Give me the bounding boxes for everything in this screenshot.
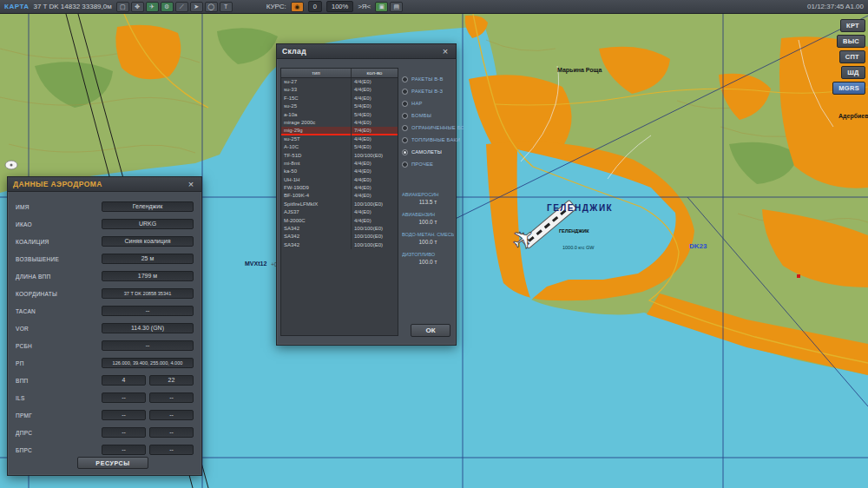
category-radio[interactable]: САМОЛЕТЫ — [402, 146, 464, 158]
close-icon[interactable]: × — [186, 180, 196, 189]
warehouse-row[interactable]: mi-8mt4/4(E0) — [281, 160, 398, 168]
field-value[interactable]: URKG — [102, 219, 194, 229]
cell-type: SA342 — [281, 225, 351, 233]
field-value[interactable]: -- — [102, 306, 194, 316]
category-radio[interactable]: ПРОЧЕЕ — [402, 158, 464, 170]
warehouse-row[interactable]: AJS374/4(E0) — [281, 208, 398, 216]
warehouse-row[interactable]: F-15C4/4(E0) — [281, 95, 398, 102]
cell-qty: 100/100(E0) — [351, 225, 398, 233]
field-value[interactable]: 114.30 (GN) — [102, 323, 194, 333]
field-value[interactable]: -- — [102, 427, 146, 438]
category-radio[interactable]: ОГРАНИЧЕННЫЕ БОЕПРИПАСЫ — [402, 122, 464, 134]
column-header-type: тип — [281, 69, 351, 77]
warehouse-row[interactable]: su-274/4(E0) — [281, 78, 398, 86]
warehouse-row[interactable]: M-2000C4/4(E0) — [281, 217, 398, 225]
field-value[interactable]: 4 — [102, 375, 146, 386]
fuel-item: ВОДО-МЕТАН. СМЕСЬ100.0 т — [402, 232, 454, 245]
map-marker-icon[interactable] — [5, 161, 17, 169]
radio-icon — [402, 113, 408, 119]
airfield-rows: ИМЯГеленджикИКАОURKGКОАЛИЦИЯСиняя коалиц… — [8, 192, 201, 475]
ok-button[interactable]: ОК — [411, 324, 450, 337]
category-radio[interactable]: ТОПЛИВНЫЕ БАКИ — [402, 134, 464, 146]
field-value[interactable]: -- — [102, 445, 146, 455]
field-label: TACAN — [16, 308, 36, 314]
zoom-level[interactable]: 100% — [326, 1, 353, 12]
field-value[interactable]: -- — [102, 410, 146, 420]
fuel-item: АВИАБЕНЗИН100.0 т — [402, 212, 454, 225]
warehouse-row[interactable]: SA342100/100(E0) — [281, 233, 398, 241]
field-value[interactable]: 25 м — [102, 254, 194, 264]
cell-type: su-25T — [281, 135, 351, 143]
warehouse-row[interactable]: TF-51D100/100(E0) — [281, 152, 398, 160]
field-value[interactable]: -- — [149, 392, 194, 403]
field-value[interactable]: -- — [102, 340, 194, 351]
warehouse-row[interactable]: su-25T4/4(E0) — [281, 135, 398, 143]
add-unit-icon[interactable]: ✈ — [146, 2, 159, 12]
airfield-row: ДЛИНА ВПП1799 м — [16, 267, 194, 285]
close-icon[interactable]: × — [440, 47, 450, 56]
warehouse-row[interactable]: FW-190D94/4(E0) — [281, 184, 398, 192]
select-icon[interactable]: ▢ — [116, 2, 129, 12]
field-value[interactable]: -- — [149, 445, 194, 455]
category-radio[interactable]: РАКЕТЫ В-З — [402, 85, 464, 97]
cell-type: su-33 — [281, 86, 351, 94]
warehouse-window-titlebar[interactable]: Склад × — [277, 44, 456, 59]
add-group-icon[interactable]: ⚙ — [161, 2, 174, 12]
cell-qty: 7/4(E0) — [351, 127, 398, 135]
route-icon[interactable]: ➤ — [190, 2, 203, 12]
airfield-row: ИМЯГеленджик — [16, 198, 194, 215]
warehouse-row[interactable]: su-255/4(E0) — [281, 102, 398, 110]
map-mode-label[interactable]: КАРТА — [4, 3, 30, 10]
pan-icon[interactable]: ✥ — [131, 2, 144, 12]
cell-type: mig-29g — [281, 127, 351, 135]
field-value[interactable]: Синяя коалиция — [102, 236, 194, 247]
warehouse-row[interactable]: SA342100/100(E0) — [281, 241, 398, 249]
category-label: БОМБЫ — [411, 113, 431, 118]
warehouse-row[interactable]: SpitfireLFMkIX100/100(E0) — [281, 201, 398, 208]
category-label: ОГРАНИЧЕННЫЕ БОЕПРИПАСЫ — [411, 125, 464, 130]
zone-icon[interactable]: ◯ — [205, 2, 218, 12]
map-button-mgrs[interactable]: MGRS — [832, 82, 865, 95]
category-radio[interactable]: РАКЕТЫ В-В — [402, 73, 464, 85]
warehouse-window: Склад × тип кол-во su-274/4(E0)su-334/4(… — [276, 43, 457, 346]
warehouse-row[interactable]: SA342100/100(E0) — [281, 225, 398, 233]
snap-icon[interactable]: ▣ — [375, 2, 388, 12]
field-value[interactable]: Геленджик — [102, 201, 194, 212]
resources-button[interactable]: РЕСУРСЫ — [77, 457, 148, 469]
field-value[interactable]: 37 T DK 20858 35341 — [102, 288, 194, 299]
label-icon[interactable]: T — [220, 2, 233, 12]
warehouse-row[interactable]: mirage 2000c4/4(E0) — [281, 119, 398, 127]
cell-type: su-27 — [281, 78, 351, 86]
column-header-qty: кол-во — [351, 69, 398, 77]
warehouse-row[interactable]: A-10C5/4(E0) — [281, 143, 398, 151]
field-value[interactable]: -- — [149, 427, 194, 438]
field-value[interactable]: -- — [102, 392, 146, 403]
category-radio[interactable]: НАР — [402, 97, 464, 109]
radio-icon — [402, 149, 408, 155]
category-radio[interactable]: БОМБЫ — [402, 109, 464, 122]
compass-icon[interactable]: ◉ — [291, 2, 304, 12]
mission-clock: 01/12:37:45 A1.00 — [807, 3, 864, 10]
field-value[interactable]: -- — [149, 410, 194, 420]
fuel-value: 113.5 т — [402, 199, 454, 205]
category-label: ПРОЧЕЕ — [411, 162, 433, 167]
map-button-крт[interactable]: КРТ — [840, 19, 865, 32]
layers-icon[interactable]: ▤ — [390, 2, 403, 12]
map-button-шд[interactable]: ШД — [841, 66, 865, 79]
warehouse-row[interactable]: mig-29g7/4(E0) — [281, 127, 398, 135]
field-value[interactable]: 1799 м — [102, 271, 194, 281]
warehouse-row[interactable]: UH-1H4/4(E0) — [281, 176, 398, 184]
map-button-спт[interactable]: СПТ — [839, 50, 865, 63]
field-value[interactable]: 126.000, 39.400, 255.000, 4.000 — [102, 358, 194, 368]
warehouse-row[interactable]: ka-504/4(E0) — [281, 168, 398, 175]
field-value[interactable]: 22 — [149, 375, 194, 386]
ruler-icon[interactable]: ⟋ — [175, 2, 188, 12]
field-label: ILS — [16, 395, 25, 401]
warehouse-row[interactable]: a-10a5/4(E0) — [281, 111, 398, 119]
warehouse-row[interactable]: BF-109K-44/4(E0) — [281, 192, 398, 200]
map-button-выс[interactable]: ВЫС — [837, 35, 865, 48]
airfield-window-titlebar[interactable]: ДАННЫЕ АЭРОДРОМА × — [8, 177, 201, 192]
red-unit-mark[interactable] — [797, 274, 800, 278]
warehouse-row[interactable]: su-334/4(E0) — [281, 86, 398, 94]
course-value[interactable]: 0 — [308, 1, 322, 12]
